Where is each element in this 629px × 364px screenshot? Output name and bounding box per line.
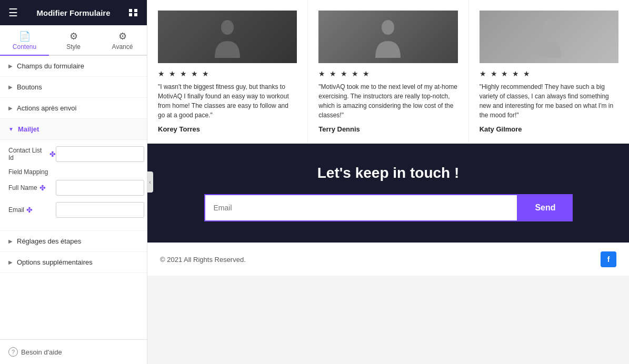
chevron-down-icon: ▼ [8,126,14,132]
full-name-row: Full Name ✤ [8,180,138,196]
collapse-handle[interactable]: ‹ [147,171,153,193]
sidebar-item-options[interactable]: ▶ Options supplémentaires [0,252,147,273]
contenu-icon: 📄 [19,31,31,42]
grid-icon[interactable] [129,9,138,16]
chevron-right-icon: ▶ [8,63,13,69]
contact-list-id-row: Contact List Id ✤ [8,146,138,162]
testimonial-image-1 [158,11,297,63]
contact-list-id-input[interactable] [56,146,144,162]
chevron-right-icon: ▶ [8,105,13,111]
svg-point-1 [382,20,394,35]
contact-section: Let's keep in touch ! Send [147,144,629,242]
sidebar-item-reglages[interactable]: ▶ Réglages des étapes [0,231,147,252]
svg-point-2 [543,20,555,35]
mailjet-body: Contact List Id ✤ Field Mapping Full Nam… [0,140,147,231]
testimonial-card-3: ★ ★ ★ ★ ★ "Highly recommended! They have… [469,0,629,144]
sidebar-content: ▶ Champs du formulaire ▶ Boutons ▶ Actio… [0,56,147,339]
footer-copyright: © 2021 All Rights Reserved. [160,256,246,264]
testimonial-text-1: "I wasn't the biggest fitness guy, but t… [158,82,297,120]
testimonial-image-2 [318,11,457,63]
testimonial-image-3 [480,11,618,63]
facebook-icon[interactable]: f [601,251,616,267]
left-panel: ☰ Modifier Formulaire 📄 Contenu ⚙ Style … [0,0,147,364]
help-bar[interactable]: ? Besoin d'aide [0,339,147,364]
testimonial-author-1: Korey Torres [158,125,297,133]
stars-2: ★ ★ ★ ★ ★ [318,69,457,78]
page-title: Modifier Formulaire [36,8,110,17]
full-name-input[interactable] [56,180,144,196]
link-icon[interactable]: ✤ [49,150,56,158]
footer: © 2021 All Rights Reserved. f [147,242,629,276]
contact-email-input[interactable] [204,194,518,221]
testimonial-card-2: ★ ★ ★ ★ ★ "MotivAQ took me to the next l… [308,0,468,144]
right-panel: ★ ★ ★ ★ ★ "I wasn't the biggest fitness … [147,0,629,364]
contact-title: Let's keep in touch ! [317,165,460,181]
tab-contenu[interactable]: 📄 Contenu [0,25,49,56]
sidebar-item-actions[interactable]: ▶ Actions après envoi [0,98,147,119]
top-bar: ☰ Modifier Formulaire [0,0,147,25]
svg-point-0 [221,20,234,35]
tab-avance[interactable]: ⚙ Avancé [98,25,147,56]
sidebar-item-boutons[interactable]: ▶ Boutons [0,77,147,98]
contact-list-id-label: Contact List Id ✤ [8,147,56,161]
send-button[interactable]: Send [518,194,572,221]
full-name-label: Full Name ✤ [8,184,56,192]
style-icon: ⚙ [69,31,78,42]
email-input[interactable] [56,202,144,218]
tab-style[interactable]: ⚙ Style [49,25,98,56]
hamburger-icon[interactable]: ☰ [8,6,18,19]
chevron-right-icon: ▶ [8,259,13,265]
avance-icon: ⚙ [118,31,127,42]
chevron-right-icon: ▶ [8,84,13,90]
testimonial-text-2: "MotivAQ took me to the next level of my… [318,82,457,120]
link-icon-email[interactable]: ✤ [26,206,33,214]
help-icon: ? [8,347,18,357]
stars-3: ★ ★ ★ ★ ★ [480,69,618,78]
testimonial-author-2: Terry Dennis [318,125,457,133]
sidebar-item-champs[interactable]: ▶ Champs du formulaire [0,56,147,77]
chevron-right-icon: ▶ [8,238,13,244]
mailjet-header[interactable]: ▼ Mailjet [0,119,147,140]
testimonial-text-3: "Highly recommended! They have such a bi… [480,82,618,120]
email-row: Email ✤ [8,202,138,218]
email-label: Email ✤ [8,206,56,214]
testimonial-card-1: ★ ★ ★ ★ ★ "I wasn't the biggest fitness … [147,0,308,144]
mailjet-section: ▼ Mailjet Contact List Id ✤ Field Mappin… [0,119,147,231]
field-mapping-label: Field Mapping [8,168,138,176]
tab-bar: 📄 Contenu ⚙ Style ⚙ Avancé [0,25,147,56]
contact-form: Send [204,194,573,221]
testimonial-author-3: Katy Gilmore [480,125,618,133]
link-icon-fullname[interactable]: ✤ [39,184,46,192]
testimonials-row: ★ ★ ★ ★ ★ "I wasn't the biggest fitness … [147,0,629,144]
stars-1: ★ ★ ★ ★ ★ [158,69,297,78]
